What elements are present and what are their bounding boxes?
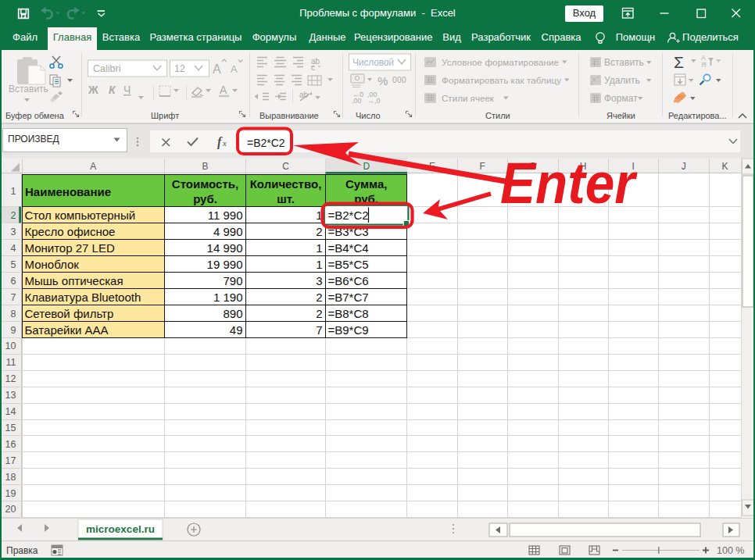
- svg-text:%: %: [378, 74, 388, 87]
- svg-text:000: 000: [392, 76, 406, 84]
- svg-text:А: А: [213, 62, 221, 76]
- svg-text:5: 5: [11, 259, 16, 270]
- svg-text:C: C: [282, 161, 289, 172]
- svg-text:17: 17: [5, 455, 16, 466]
- svg-text:Calibri: Calibri: [93, 63, 120, 74]
- svg-text:Форматировать как таблицу: Форматировать как таблицу: [442, 75, 561, 85]
- svg-text:890: 890: [223, 307, 242, 320]
- svg-text:D: D: [363, 161, 370, 172]
- svg-text:Удалить: Удалить: [604, 75, 640, 86]
- svg-text:Формат: Формат: [604, 93, 638, 104]
- svg-text:=B5*C5: =B5*C5: [328, 258, 369, 271]
- svg-text:=B6*C6: =B6*C6: [328, 274, 369, 287]
- svg-text:790: 790: [223, 274, 242, 287]
- svg-text:12: 12: [174, 63, 185, 74]
- svg-text:1: 1: [11, 186, 16, 197]
- svg-text:F: F: [480, 161, 485, 172]
- svg-text:,00: ,00: [352, 97, 362, 105]
- svg-text:4 990: 4 990: [213, 225, 243, 238]
- svg-text:Стили ячеек: Стили ячеек: [442, 93, 495, 103]
- svg-text:=B7*C7: =B7*C7: [328, 291, 369, 304]
- svg-text:10: 10: [5, 341, 16, 351]
- svg-text:Ж: Ж: [88, 84, 98, 96]
- svg-text:2: 2: [11, 210, 16, 221]
- svg-text:Редактирова...: Редактирова...: [668, 111, 727, 120]
- svg-text:Буфер обмена: Буфер обмена: [5, 111, 65, 120]
- svg-text:Количество,: Количество,: [250, 177, 322, 191]
- svg-text:13: 13: [5, 390, 16, 401]
- svg-text:руб.: руб.: [354, 192, 378, 205]
- svg-text:Шрифт: Шрифт: [151, 111, 179, 120]
- svg-text:Стили: Стили: [485, 111, 510, 120]
- svg-text:Монитор 27 LED: Монитор 27 LED: [25, 241, 115, 255]
- svg-text:I: I: [632, 161, 635, 172]
- svg-text:3: 3: [316, 274, 322, 287]
- svg-text:3: 3: [11, 226, 16, 237]
- svg-text:microexcel.ru: microexcel.ru: [86, 523, 155, 535]
- svg-text:Стоимость,: Стоимость,: [172, 177, 238, 191]
- svg-text:Выравнивание: Выравнивание: [259, 111, 319, 120]
- svg-text:100 %: 100 %: [717, 545, 744, 556]
- svg-text:K: K: [721, 161, 728, 172]
- svg-text:H: H: [580, 161, 587, 172]
- svg-text:19: 19: [5, 488, 16, 499]
- svg-text:=B4*C4: =B4*C4: [328, 241, 369, 255]
- svg-text:16: 16: [5, 439, 16, 450]
- svg-text:Σ: Σ: [674, 53, 684, 71]
- svg-text:1: 1: [316, 209, 322, 222]
- svg-text:Число: Число: [356, 111, 381, 120]
- svg-text:12: 12: [5, 373, 16, 384]
- svg-text:7: 7: [316, 323, 322, 337]
- svg-text:→,0: →,0: [367, 97, 381, 105]
- svg-text:Я: Я: [701, 61, 707, 69]
- svg-text:=B9*C9: =B9*C9: [328, 323, 369, 337]
- svg-text:A: A: [90, 161, 96, 172]
- svg-text:Мышь оптическая: Мышь оптическая: [25, 274, 123, 287]
- svg-text:14 990: 14 990: [207, 241, 243, 255]
- svg-text:шт.: шт.: [277, 192, 295, 205]
- svg-text:руб.: руб.: [193, 192, 217, 205]
- svg-text:=B8*C8: =B8*C8: [328, 307, 369, 320]
- svg-text:А: А: [220, 84, 227, 96]
- svg-text:14: 14: [5, 406, 16, 417]
- svg-text:Числовой: Числовой: [352, 57, 394, 68]
- svg-text:2: 2: [316, 291, 322, 304]
- svg-text:Клавиатура Bluetooth: Клавиатура Bluetooth: [25, 291, 141, 304]
- svg-text:8: 8: [11, 309, 16, 319]
- svg-text:7: 7: [11, 292, 16, 303]
- svg-text:Сумма,: Сумма,: [345, 177, 387, 191]
- svg-text:=B3*C3: =B3*C3: [328, 225, 369, 238]
- svg-text:=B2*C2: =B2*C2: [328, 209, 369, 222]
- svg-text:Батарейки AAA: Батарейки AAA: [25, 323, 109, 337]
- svg-text:Ч: Ч: [123, 84, 131, 96]
- svg-text:6: 6: [11, 276, 16, 287]
- svg-text:Условное форматирование: Условное форматирование: [442, 57, 559, 67]
- svg-text:18: 18: [5, 472, 16, 483]
- svg-text:1 190: 1 190: [213, 291, 243, 304]
- svg-text:49: 49: [230, 323, 243, 337]
- svg-text:Ячейки: Ячейки: [607, 111, 635, 120]
- svg-text:=B2*C2: =B2*C2: [247, 137, 285, 149]
- svg-text:J: J: [682, 161, 686, 172]
- svg-text:11: 11: [6, 357, 16, 368]
- svg-text:15: 15: [5, 423, 16, 433]
- svg-text:1: 1: [316, 241, 322, 255]
- svg-text:B: B: [202, 161, 208, 172]
- svg-text:Наименование: Наименование: [25, 185, 111, 198]
- svg-text:4: 4: [11, 243, 16, 254]
- svg-text:9: 9: [11, 325, 16, 336]
- svg-text:К: К: [109, 84, 116, 96]
- svg-text:Вставить: Вставить: [604, 57, 644, 68]
- svg-text:Сетевой фильтр: Сетевой фильтр: [25, 307, 114, 320]
- svg-text:20: 20: [5, 504, 16, 515]
- svg-text:Моноблок: Моноблок: [25, 258, 80, 271]
- svg-text:G: G: [529, 161, 536, 172]
- svg-text:Вставить: Вставить: [9, 84, 48, 95]
- svg-text:2: 2: [316, 225, 322, 238]
- svg-text:Кресло офисное: Кресло офисное: [25, 225, 116, 238]
- svg-text:x: x: [222, 138, 227, 148]
- svg-text:c: c: [311, 63, 315, 72]
- svg-text:19 990: 19 990: [207, 258, 243, 271]
- svg-text:1: 1: [316, 258, 322, 271]
- svg-text:Стол компьютерный: Стол компьютерный: [25, 209, 136, 222]
